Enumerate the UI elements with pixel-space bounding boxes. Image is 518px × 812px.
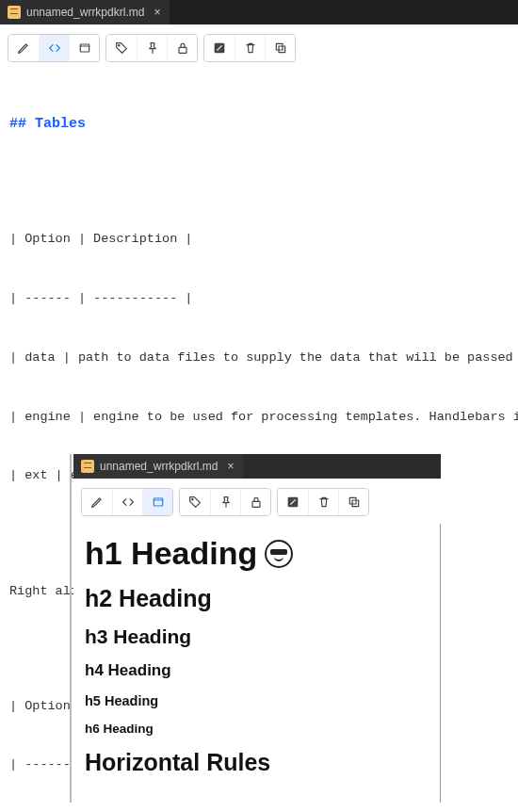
toolbar [73, 479, 441, 524]
table-row: | ------ | ----------- | [9, 289, 509, 309]
tab-file[interactable]: unnamed_wrrkpdkrl.md × [0, 0, 170, 24]
file-icon [81, 460, 94, 473]
edit-note-button[interactable] [278, 489, 308, 515]
h1-text: h1 Heading [85, 535, 257, 572]
action-group [277, 488, 369, 516]
tag-button[interactable] [106, 35, 137, 61]
table-row: | engine | engine to be used for process… [9, 408, 509, 428]
svg-rect-10 [349, 497, 356, 504]
svg-rect-0 [80, 44, 89, 52]
pin-button[interactable] [137, 35, 167, 61]
edit-mode-button[interactable] [8, 35, 39, 61]
preview-hr-title: Horizontal Rules [85, 749, 429, 776]
tab-file[interactable]: unnamed_wrrkpdkrl.md × [73, 454, 243, 479]
table-row: | data | path to data files to supply th… [9, 349, 509, 368]
tab-bar: unnamed_wrrkpdkrl.md × [73, 454, 441, 479]
file-icon [8, 6, 21, 19]
meta-group [179, 488, 271, 516]
svg-point-7 [192, 499, 193, 500]
code-mode-button[interactable] [112, 489, 142, 515]
preview-mode-button[interactable] [142, 489, 172, 515]
edit-mode-button[interactable] [82, 489, 112, 515]
svg-rect-11 [352, 500, 359, 507]
svg-rect-4 [276, 43, 283, 50]
preview-h5: h5 Heading [85, 693, 429, 708]
nested-window: unnamed_wrrkpdkrl.md × [73, 454, 441, 803]
svg-rect-5 [279, 46, 285, 53]
view-mode-group [81, 488, 173, 516]
sunglasses-emoji-icon [265, 540, 293, 568]
view-mode-group [8, 34, 100, 62]
svg-point-1 [119, 45, 120, 46]
svg-rect-6 [154, 498, 162, 506]
preview-h3: h3 Heading [85, 625, 429, 648]
edit-note-button[interactable] [204, 35, 235, 61]
preview-h4: h4 Heading [85, 661, 429, 680]
preview-pane: h1 Heading h2 Heading h3 Heading h4 Head… [73, 524, 441, 780]
tab-filename: unnamed_wrrkpdkrl.md [100, 460, 218, 473]
duplicate-button[interactable] [265, 35, 295, 61]
code-mode-button[interactable] [39, 35, 69, 61]
tab-bar: unnamed_wrrkpdkrl.md × [0, 0, 518, 24]
lock-button[interactable] [240, 489, 270, 515]
preview-h2: h2 Heading [85, 585, 429, 612]
preview-h1: h1 Heading [85, 535, 429, 572]
tag-button[interactable] [180, 489, 210, 515]
meta-group [105, 34, 198, 62]
duplicate-button[interactable] [338, 489, 368, 515]
preview-h6: h6 Heading [85, 722, 429, 736]
source-heading: ## Tables [9, 113, 509, 135]
lock-button[interactable] [167, 35, 197, 61]
delete-button[interactable] [235, 35, 265, 61]
svg-rect-2 [179, 47, 186, 53]
delete-button[interactable] [308, 489, 338, 515]
tab-filename: unnamed_wrrkpdkrl.md [26, 6, 144, 19]
close-icon[interactable]: × [150, 7, 160, 18]
table-row: | Option | Description | [9, 230, 509, 250]
action-group [203, 34, 296, 62]
toolbar [0, 24, 518, 70]
pin-button[interactable] [210, 489, 240, 515]
preview-mode-button[interactable] [69, 35, 99, 61]
svg-rect-8 [252, 501, 260, 507]
close-icon[interactable]: × [223, 461, 234, 472]
